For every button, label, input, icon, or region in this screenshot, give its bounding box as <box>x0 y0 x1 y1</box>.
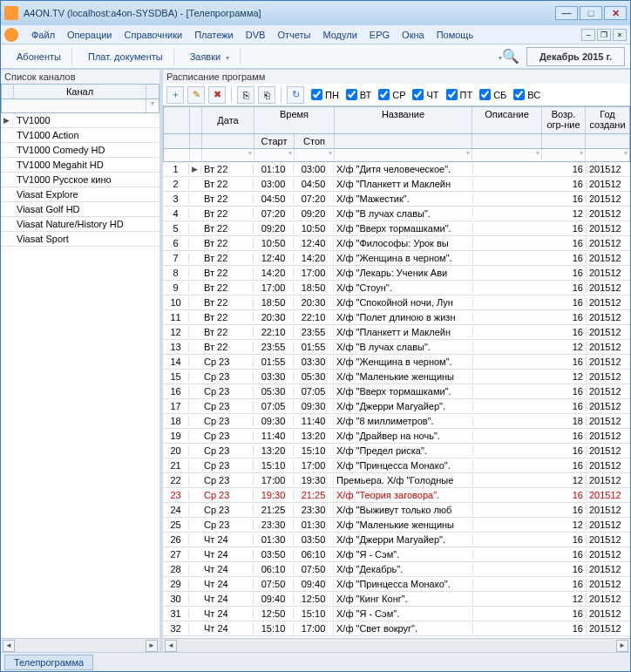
channel-column-header[interactable]: Канал <box>14 85 146 98</box>
schedule-filter-row[interactable]: ▾▾▾ ▾▾▾▾ <box>163 149 630 162</box>
schedule-row[interactable]: 32 Чт 24 15:10 17:00 Х/ф "Свет вокруг". … <box>163 621 630 636</box>
toolbar-more-dropdown[interactable] <box>493 51 502 62</box>
add-icon[interactable]: ＋ <box>166 86 184 104</box>
schedule-row[interactable]: 24 Ср 23 21:25 23:30 Х/ф "Выживут только… <box>163 503 630 518</box>
schedule-row[interactable]: 7 Вт 22 12:40 14:20 Х/ф "Женщина в черно… <box>163 251 630 266</box>
menu-5[interactable]: Отчеты <box>271 28 316 42</box>
refresh-icon[interactable]: ↻ <box>287 86 304 104</box>
month-selector[interactable]: Декабрь 2015 г. <box>526 47 625 66</box>
channel-row[interactable]: Viasat Nature/History HD <box>1 217 159 232</box>
channel-row[interactable]: Viasat Explore <box>1 187 159 202</box>
cell-date: Ср 23 <box>201 445 254 456</box>
col-stop[interactable]: Стоп <box>295 134 335 148</box>
menu-6[interactable]: Модули <box>316 28 363 42</box>
toolbar-zayavki[interactable]: Заявки <box>180 48 241 65</box>
channel-row[interactable]: TV1000 Megahit HD <box>1 158 159 173</box>
channel-hscroll[interactable]: ◄ ► <box>1 638 159 652</box>
day-checkbox-ВТ[interactable]: ВТ <box>346 89 371 100</box>
export-icon[interactable]: ⎗ <box>258 86 275 104</box>
schedule-row[interactable]: 8 Вт 22 14:20 17:00 Х/ф "Лекарь: Ученик … <box>163 266 630 281</box>
delete-icon[interactable]: ✖ <box>208 86 226 104</box>
schedule-row[interactable]: 9 Вт 22 17:00 18:50 Х/ф "Стоун". 16 2015… <box>163 281 630 295</box>
close-button[interactable]: ✕ <box>604 6 627 20</box>
day-checkbox-ПН[interactable]: ПН <box>311 89 339 100</box>
titlebar[interactable]: A4ON.TV (localhost:a4on-SYSDBA) - [Телеп… <box>1 1 630 25</box>
schedule-row[interactable]: 23 Ср 23 19:30 21:25 Х/ф "Теория заговор… <box>163 488 630 503</box>
toolbar-abonenty[interactable]: Абоненты <box>6 48 72 65</box>
maximize-button[interactable]: □ <box>580 6 602 20</box>
schedule-row[interactable]: 17 Ср 23 07:05 09:30 Х/ф "Джерри Магуайе… <box>163 399 630 414</box>
day-checkbox-СР[interactable]: СР <box>378 89 405 100</box>
schedule-row[interactable]: 29 Чт 24 07:50 09:40 Х/ф "Принцесса Мона… <box>163 577 630 592</box>
menu-8[interactable]: Окна <box>396 28 431 42</box>
schedule-row[interactable]: 1 ▶ Вт 22 01:10 03:00 Х/ф "Дитя человече… <box>163 162 630 177</box>
menu-3[interactable]: Платежи <box>188 28 240 42</box>
row-number: 28 <box>163 564 189 574</box>
day-checkbox-ПТ[interactable]: ПТ <box>446 89 473 100</box>
schedule-row[interactable]: 15 Ср 23 03:30 05:30 Х/ф "Маленькие женщ… <box>163 370 630 384</box>
schedule-row[interactable]: 19 Ср 23 11:40 13:20 Х/ф "Драйвер на ноч… <box>163 429 630 444</box>
schedule-row[interactable]: 3 Вт 22 04:50 07:20 Х/ф "Мажестик". 16 2… <box>163 192 630 207</box>
day-checkbox-ВС[interactable]: ВС <box>513 89 540 100</box>
channel-row[interactable]: TV1000 Action <box>1 128 159 143</box>
schedule-row[interactable]: 31 Чт 24 12:50 15:10 Х/ф "Я - Сэм". 16 2… <box>163 607 630 621</box>
menu-7[interactable]: EPG <box>363 28 396 42</box>
channel-filter-row[interactable]: ▾ <box>1 99 159 113</box>
scroll-right-icon[interactable]: ► <box>616 640 628 652</box>
mdi-restore-button[interactable]: ❐ <box>597 29 611 41</box>
scroll-left-icon[interactable]: ◄ <box>3 640 15 652</box>
col-age[interactable]: Возр. огр-ние <box>542 107 586 133</box>
channel-row[interactable]: TV1000 Comedy HD <box>1 143 159 158</box>
schedule-row[interactable]: 6 Вт 22 10:50 12:40 Х/ф "Философы: Урок … <box>163 236 630 251</box>
channel-row[interactable]: Viasat Sport <box>1 232 159 247</box>
schedule-row[interactable]: 12 Вт 22 22:10 23:55 Х/ф "Планкетт и Мак… <box>163 325 630 340</box>
schedule-row[interactable]: 11 Вт 22 20:30 22:10 Х/ф "Полет длиною в… <box>163 310 630 325</box>
schedule-row[interactable]: 10 Вт 22 18:50 20:30 Х/ф "Спокойной ночи… <box>163 295 630 310</box>
schedule-row[interactable]: 26 Чт 24 01:30 03:50 Х/ф "Джерри Магуайе… <box>163 533 630 547</box>
channel-row[interactable]: ▶TV1000 <box>1 113 159 128</box>
cell-year: 201512 <box>587 549 630 560</box>
channel-row[interactable]: TV1000 Русское кино <box>1 173 159 187</box>
mdi-minimize-button[interactable]: – <box>581 29 595 41</box>
schedule-row[interactable]: 18 Ср 23 09:30 11:40 Х/ф "8 миллиметров"… <box>163 414 630 429</box>
col-name[interactable]: Название <box>335 107 472 133</box>
toolbar-platdok[interactable]: Плат. документы <box>78 48 174 65</box>
schedule-row[interactable]: 25 Ср 23 23:30 01:30 Х/ф "Маленькие женщ… <box>163 518 630 533</box>
scroll-right-icon[interactable]: ► <box>146 640 158 652</box>
schedule-row[interactable]: 30 Чт 24 09:40 12:50 Х/ф "Кинг Конг". 12… <box>163 592 630 607</box>
schedule-row[interactable]: 16 Ср 23 05:30 07:05 Х/ф "Вверх тормашка… <box>163 384 630 399</box>
import-icon[interactable]: ⎘ <box>237 86 254 104</box>
schedule-row[interactable]: 13 Вт 22 23:55 01:55 Х/ф "В лучах славы"… <box>163 340 630 355</box>
schedule-row[interactable]: 22 Ср 23 17:00 19:30 Премьера. Х/ф "Голо… <box>163 473 630 488</box>
schedule-hscroll[interactable]: ◄ ► <box>163 638 630 652</box>
search-icon[interactable]: 🔍 <box>502 48 519 65</box>
schedule-row[interactable]: 28 Чт 24 06:10 07:50 Х/ф "Декабрь". 16 2… <box>163 562 630 577</box>
menu-0[interactable]: Файл <box>25 28 61 42</box>
menu-2[interactable]: Справочники <box>119 28 189 42</box>
cell-stop: 01:55 <box>294 342 334 352</box>
status-tab[interactable]: Телепрограмма <box>4 655 93 670</box>
col-time[interactable]: Время <box>254 107 335 133</box>
menu-9[interactable]: Помощь <box>431 28 480 42</box>
day-checkbox-ЧТ[interactable]: ЧТ <box>412 89 438 100</box>
scroll-left-icon[interactable]: ◄ <box>165 640 177 652</box>
col-start[interactable]: Старт <box>254 134 295 148</box>
day-checkbox-СБ[interactable]: СБ <box>479 89 506 100</box>
minimize-button[interactable]: — <box>555 6 578 20</box>
mdi-close-button[interactable]: × <box>613 29 627 41</box>
col-year[interactable]: Год создани <box>586 107 629 133</box>
channel-row[interactable]: Viasat Golf HD <box>1 202 159 217</box>
schedule-row[interactable]: 5 Вт 22 09:20 10:50 Х/ф "Вверх тормашкам… <box>163 221 630 236</box>
edit-icon[interactable]: ✎ <box>187 86 205 104</box>
schedule-row[interactable]: 21 Ср 23 15:10 17:00 Х/ф "Принцесса Мона… <box>163 458 630 473</box>
schedule-row[interactable]: 27 Чт 24 03:50 06:10 Х/ф "Я - Сэм". 16 2… <box>163 547 630 562</box>
menu-4[interactable]: DVB <box>240 28 272 42</box>
channel-sort-icon[interactable] <box>146 85 159 98</box>
schedule-row[interactable]: 2 Вт 22 03:00 04:50 Х/ф "Планкетт и Макл… <box>163 177 630 192</box>
col-desc[interactable]: Описание <box>472 107 542 133</box>
schedule-row[interactable]: 20 Ср 23 13:20 15:10 Х/ф "Предел риска".… <box>163 444 630 458</box>
col-date[interactable]: Дата <box>202 107 254 133</box>
schedule-row[interactable]: 4 Вт 22 07:20 09:20 Х/ф "В лучах славы".… <box>163 207 630 221</box>
schedule-row[interactable]: 14 Ср 23 01:55 03:30 Х/ф "Женщина в черн… <box>163 355 630 370</box>
menu-1[interactable]: Операции <box>61 28 118 42</box>
